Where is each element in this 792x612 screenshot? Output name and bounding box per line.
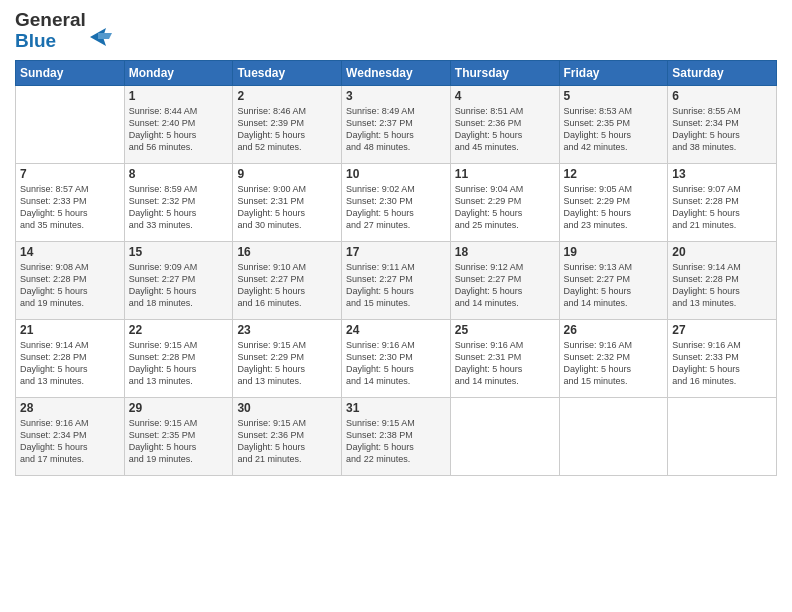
calendar-cell: 3Sunrise: 8:49 AM Sunset: 2:37 PM Daylig… <box>342 85 451 163</box>
day-number: 30 <box>237 401 337 415</box>
calendar-cell: 24Sunrise: 9:16 AM Sunset: 2:30 PM Dayli… <box>342 319 451 397</box>
cell-content: Sunrise: 9:15 AM Sunset: 2:29 PM Dayligh… <box>237 339 337 388</box>
calendar-cell: 17Sunrise: 9:11 AM Sunset: 2:27 PM Dayli… <box>342 241 451 319</box>
calendar-cell: 8Sunrise: 8:59 AM Sunset: 2:32 PM Daylig… <box>124 163 233 241</box>
main-container: General Blue SundayMondayTuesdayWednesda… <box>0 0 792 612</box>
calendar-cell: 15Sunrise: 9:09 AM Sunset: 2:27 PM Dayli… <box>124 241 233 319</box>
day-number: 28 <box>20 401 120 415</box>
cell-content: Sunrise: 9:09 AM Sunset: 2:27 PM Dayligh… <box>129 261 229 310</box>
cell-content: Sunrise: 9:16 AM Sunset: 2:32 PM Dayligh… <box>564 339 664 388</box>
day-number: 5 <box>564 89 664 103</box>
calendar-cell: 11Sunrise: 9:04 AM Sunset: 2:29 PM Dayli… <box>450 163 559 241</box>
calendar-week-5: 28Sunrise: 9:16 AM Sunset: 2:34 PM Dayli… <box>16 397 777 475</box>
calendar-week-2: 7Sunrise: 8:57 AM Sunset: 2:33 PM Daylig… <box>16 163 777 241</box>
day-header-friday: Friday <box>559 60 668 85</box>
cell-content: Sunrise: 9:05 AM Sunset: 2:29 PM Dayligh… <box>564 183 664 232</box>
svg-marker-1 <box>98 33 112 39</box>
day-number: 12 <box>564 167 664 181</box>
cell-content: Sunrise: 9:16 AM Sunset: 2:33 PM Dayligh… <box>672 339 772 388</box>
calendar-cell: 25Sunrise: 9:16 AM Sunset: 2:31 PM Dayli… <box>450 319 559 397</box>
day-number: 16 <box>237 245 337 259</box>
cell-content: Sunrise: 9:14 AM Sunset: 2:28 PM Dayligh… <box>20 339 120 388</box>
day-number: 24 <box>346 323 446 337</box>
calendar-cell: 29Sunrise: 9:15 AM Sunset: 2:35 PM Dayli… <box>124 397 233 475</box>
day-number: 10 <box>346 167 446 181</box>
day-number: 19 <box>564 245 664 259</box>
calendar-table: SundayMondayTuesdayWednesdayThursdayFrid… <box>15 60 777 476</box>
logo-general-text: General <box>15 10 86 31</box>
cell-content: Sunrise: 9:11 AM Sunset: 2:27 PM Dayligh… <box>346 261 446 310</box>
day-number: 13 <box>672 167 772 181</box>
day-number: 11 <box>455 167 555 181</box>
day-header-tuesday: Tuesday <box>233 60 342 85</box>
day-number: 29 <box>129 401 229 415</box>
cell-content: Sunrise: 8:49 AM Sunset: 2:37 PM Dayligh… <box>346 105 446 154</box>
day-number: 15 <box>129 245 229 259</box>
calendar-cell: 4Sunrise: 8:51 AM Sunset: 2:36 PM Daylig… <box>450 85 559 163</box>
logo-bird-icon <box>90 26 112 48</box>
calendar-cell <box>16 85 125 163</box>
calendar-cell: 18Sunrise: 9:12 AM Sunset: 2:27 PM Dayli… <box>450 241 559 319</box>
cell-content: Sunrise: 9:14 AM Sunset: 2:28 PM Dayligh… <box>672 261 772 310</box>
calendar-cell: 27Sunrise: 9:16 AM Sunset: 2:33 PM Dayli… <box>668 319 777 397</box>
calendar-cell: 12Sunrise: 9:05 AM Sunset: 2:29 PM Dayli… <box>559 163 668 241</box>
day-number: 9 <box>237 167 337 181</box>
logo: General Blue <box>15 10 112 52</box>
cell-content: Sunrise: 8:55 AM Sunset: 2:34 PM Dayligh… <box>672 105 772 154</box>
day-number: 22 <box>129 323 229 337</box>
cell-content: Sunrise: 9:00 AM Sunset: 2:31 PM Dayligh… <box>237 183 337 232</box>
cell-content: Sunrise: 9:04 AM Sunset: 2:29 PM Dayligh… <box>455 183 555 232</box>
cell-content: Sunrise: 9:08 AM Sunset: 2:28 PM Dayligh… <box>20 261 120 310</box>
cell-content: Sunrise: 9:16 AM Sunset: 2:34 PM Dayligh… <box>20 417 120 466</box>
calendar-cell: 6Sunrise: 8:55 AM Sunset: 2:34 PM Daylig… <box>668 85 777 163</box>
day-header-wednesday: Wednesday <box>342 60 451 85</box>
day-number: 8 <box>129 167 229 181</box>
day-number: 7 <box>20 167 120 181</box>
cell-content: Sunrise: 8:53 AM Sunset: 2:35 PM Dayligh… <box>564 105 664 154</box>
day-header-saturday: Saturday <box>668 60 777 85</box>
calendar-cell: 10Sunrise: 9:02 AM Sunset: 2:30 PM Dayli… <box>342 163 451 241</box>
cell-content: Sunrise: 9:07 AM Sunset: 2:28 PM Dayligh… <box>672 183 772 232</box>
calendar-cell: 26Sunrise: 9:16 AM Sunset: 2:32 PM Dayli… <box>559 319 668 397</box>
day-number: 1 <box>129 89 229 103</box>
cell-content: Sunrise: 8:57 AM Sunset: 2:33 PM Dayligh… <box>20 183 120 232</box>
day-number: 27 <box>672 323 772 337</box>
calendar-cell: 7Sunrise: 8:57 AM Sunset: 2:33 PM Daylig… <box>16 163 125 241</box>
cell-content: Sunrise: 9:15 AM Sunset: 2:28 PM Dayligh… <box>129 339 229 388</box>
day-number: 25 <box>455 323 555 337</box>
cell-content: Sunrise: 9:15 AM Sunset: 2:35 PM Dayligh… <box>129 417 229 466</box>
cell-content: Sunrise: 9:02 AM Sunset: 2:30 PM Dayligh… <box>346 183 446 232</box>
day-header-monday: Monday <box>124 60 233 85</box>
cell-content: Sunrise: 9:10 AM Sunset: 2:27 PM Dayligh… <box>237 261 337 310</box>
calendar-cell: 16Sunrise: 9:10 AM Sunset: 2:27 PM Dayli… <box>233 241 342 319</box>
calendar-cell: 13Sunrise: 9:07 AM Sunset: 2:28 PM Dayli… <box>668 163 777 241</box>
day-number: 20 <box>672 245 772 259</box>
calendar-cell: 14Sunrise: 9:08 AM Sunset: 2:28 PM Dayli… <box>16 241 125 319</box>
calendar-cell: 28Sunrise: 9:16 AM Sunset: 2:34 PM Dayli… <box>16 397 125 475</box>
calendar-body: 1Sunrise: 8:44 AM Sunset: 2:40 PM Daylig… <box>16 85 777 475</box>
cell-content: Sunrise: 9:15 AM Sunset: 2:38 PM Dayligh… <box>346 417 446 466</box>
cell-content: Sunrise: 8:46 AM Sunset: 2:39 PM Dayligh… <box>237 105 337 154</box>
cell-content: Sunrise: 8:44 AM Sunset: 2:40 PM Dayligh… <box>129 105 229 154</box>
day-number: 31 <box>346 401 446 415</box>
calendar-cell: 23Sunrise: 9:15 AM Sunset: 2:29 PM Dayli… <box>233 319 342 397</box>
cell-content: Sunrise: 9:16 AM Sunset: 2:31 PM Dayligh… <box>455 339 555 388</box>
day-number: 4 <box>455 89 555 103</box>
header: General Blue <box>15 10 777 52</box>
day-header-thursday: Thursday <box>450 60 559 85</box>
calendar-cell: 19Sunrise: 9:13 AM Sunset: 2:27 PM Dayli… <box>559 241 668 319</box>
cell-content: Sunrise: 8:59 AM Sunset: 2:32 PM Dayligh… <box>129 183 229 232</box>
calendar-cell <box>559 397 668 475</box>
logo-blue-text: Blue <box>15 31 86 52</box>
calendar-cell: 9Sunrise: 9:00 AM Sunset: 2:31 PM Daylig… <box>233 163 342 241</box>
calendar-week-3: 14Sunrise: 9:08 AM Sunset: 2:28 PM Dayli… <box>16 241 777 319</box>
day-number: 23 <box>237 323 337 337</box>
calendar-cell <box>450 397 559 475</box>
cell-content: Sunrise: 9:15 AM Sunset: 2:36 PM Dayligh… <box>237 417 337 466</box>
calendar-week-1: 1Sunrise: 8:44 AM Sunset: 2:40 PM Daylig… <box>16 85 777 163</box>
day-header-sunday: Sunday <box>16 60 125 85</box>
calendar-cell: 20Sunrise: 9:14 AM Sunset: 2:28 PM Dayli… <box>668 241 777 319</box>
day-number: 14 <box>20 245 120 259</box>
calendar-cell: 22Sunrise: 9:15 AM Sunset: 2:28 PM Dayli… <box>124 319 233 397</box>
cell-content: Sunrise: 8:51 AM Sunset: 2:36 PM Dayligh… <box>455 105 555 154</box>
